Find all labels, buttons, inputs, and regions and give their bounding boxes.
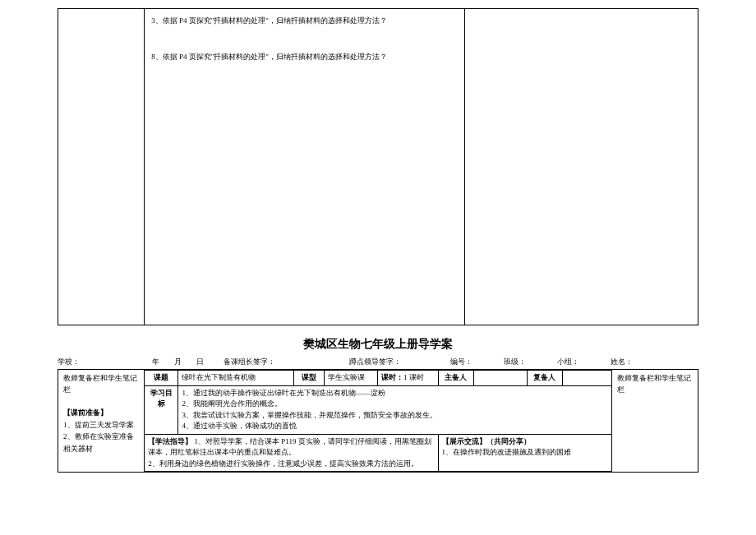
upper-right-cell: [464, 9, 698, 325]
left-margin-title: 教师复备栏和学生笔记栏: [63, 373, 139, 395]
objective-3: 3、我尝试设计实验方案，掌握操作技能，并规范操作，预防安全事故的发生。: [182, 410, 607, 422]
objective-4: 4、通过动手实验，体验成功的喜悦: [182, 421, 607, 432]
methods-heading: 【学法指导】: [148, 437, 192, 445]
reviewer-value: [563, 371, 612, 386]
time-value: 1 课时: [403, 373, 424, 381]
label-day: 日: [196, 357, 204, 367]
prep-item-1: 1、提前三天发导学案: [63, 419, 139, 431]
method-2: 2、利用身边的绿色植物进行实验操作，注意减少误差，提高实验效果方法的运用。: [148, 459, 434, 470]
topic-value: 绿叶在光下制造有机物: [178, 371, 294, 386]
share-item-1: 1、在操作时我的改进措施及遇到的困难: [442, 447, 608, 459]
label-name: 姓名：: [611, 357, 633, 367]
document-title: 樊城区生物七年级上册导学案: [58, 337, 698, 352]
label-school: 学校：: [58, 357, 80, 367]
host-value: [473, 371, 527, 386]
prep-item-2: 2、教师在实验室准备相关器材: [63, 431, 139, 454]
share-cell: 【展示交流】（共同分享） 1、在操作时我的改进措施及遇到的困难: [438, 434, 611, 472]
right-margin-title: 教师复备栏和学生笔记栏: [617, 373, 693, 395]
upper-questions-cell: 3、依据 P4 页探究"扦插材料的处理"，归纳扦插材料的选择和处理方法？ 8、依…: [145, 9, 465, 325]
methods-cell: 【学法指导】 1、对照导学案，结合课本 P119 页实验，请同学们仔细阅读，用黑…: [145, 434, 438, 472]
label-leader-sign: 蹲点领导签字：: [349, 357, 401, 367]
objective-1: 1、通过我的动手操作验证出绿叶在光下制造出有机物——淀粉: [182, 388, 607, 399]
label-group: 小组：: [557, 357, 579, 367]
time-label: 课时：: [381, 373, 403, 381]
share-heading: 【展示交流】（共同分享）: [442, 436, 608, 448]
label-month: 月: [174, 357, 182, 367]
topic-label: 课题: [145, 371, 178, 386]
question-3: 3、依据 P4 页探究"扦插材料的处理"，归纳扦插材料的选择和处理方法？: [151, 14, 458, 27]
right-margin-column: 教师复备栏和学生笔记栏: [612, 369, 698, 473]
label-class: 班级：: [504, 357, 526, 367]
upper-continuation-table: 3、依据 P4 页探究"扦插材料的处理"，归纳扦插材料的选择和处理方法？ 8、依…: [58, 8, 698, 325]
time-cell: 课时：1 课时: [377, 371, 438, 386]
upper-left-margin-cell: [58, 9, 145, 325]
question-8: 8、依据 P4 页探究"扦插材料的处理"，归纳扦插材料的选择和处理方法？: [151, 50, 458, 63]
type-label: 课型: [294, 371, 325, 386]
label-id: 编号：: [450, 357, 472, 367]
header-info-line: 学校： 年 月 日 备课组长签字： 蹲点领导签字： 编号： 班级： 小组： 姓名…: [58, 357, 698, 367]
prep-heading: 【课前准备】: [63, 407, 139, 418]
objectives-cell: 1、通过我的动手操作验证出绿叶在光下制造出有机物——淀粉 2、我能阐明光合作用的…: [178, 385, 611, 434]
type-value: 学生实验课: [324, 371, 377, 386]
label-prep-sign: 备课组长签字：: [224, 357, 275, 367]
objectives-label: 学习目标: [145, 385, 178, 434]
left-margin-column: 教师复备栏和学生笔记栏 【课前准备】 1、提前三天发导学案 2、教师在实验室准备…: [58, 369, 144, 473]
lesson-plan-table: 教师复备栏和学生笔记栏 【课前准备】 1、提前三天发导学案 2、教师在实验室准备…: [58, 369, 698, 473]
host-label: 主备人: [438, 371, 473, 386]
label-year: 年: [152, 357, 159, 367]
objective-2: 2、我能阐明光合作用的概念。: [182, 399, 607, 410]
reviewer-label: 复备人: [527, 371, 562, 386]
